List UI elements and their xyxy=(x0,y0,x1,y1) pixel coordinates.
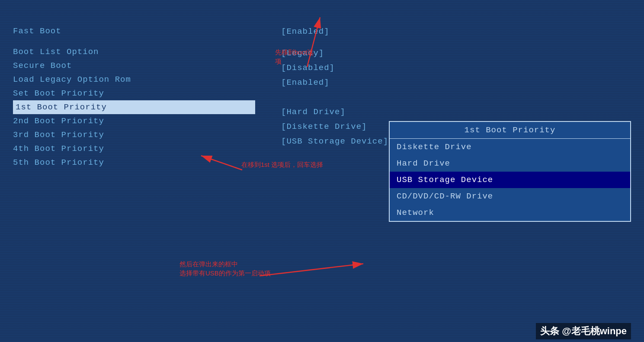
setting-2nd-boot-priority[interactable]: 2nd Boot Priority xyxy=(13,114,255,128)
value-boot-list-option: [Legacy] xyxy=(281,46,631,61)
setting-boot-list-option[interactable]: Boot List Option xyxy=(13,45,255,59)
value-1st-boot-priority: [Hard Drive] xyxy=(281,105,631,119)
settings-list: Fast Boot Boot List Option Secure Boot L… xyxy=(13,24,255,178)
setting-spacer xyxy=(13,38,255,45)
annotation-1st: 在移到1st 选项后，回车选择 xyxy=(241,160,323,169)
watermark: 头条 @老毛桃winpe xyxy=(536,323,631,339)
boot-priority-popup: 1st Boot Priority Diskette Drive Hard Dr… xyxy=(389,121,631,222)
annotation-usb: 然后在弹出来的框中选择带有USB的作为第一启动项 xyxy=(179,259,271,278)
setting-1st-boot-priority[interactable]: 1st Boot Priority xyxy=(13,100,255,114)
value-set-boot-priority xyxy=(281,90,631,105)
value-spacer xyxy=(281,39,631,46)
value-load-legacy: [Enabled] xyxy=(281,75,631,90)
annotation-boot: 先移到boot选项 xyxy=(275,48,314,66)
setting-fast-boot[interactable]: Fast Boot xyxy=(13,24,255,38)
popup-item-cdrom[interactable]: CD/DVD/CD-RW Drive xyxy=(390,188,630,205)
setting-5th-boot-priority[interactable]: 5th Boot Priority xyxy=(13,156,255,169)
setting-4th-boot-priority[interactable]: 4th Boot Priority xyxy=(13,142,255,156)
popup-item-hard-drive[interactable]: Hard Drive xyxy=(390,155,630,172)
setting-secure-boot[interactable]: Secure Boot xyxy=(13,59,255,73)
popup-title: 1st Boot Priority xyxy=(390,122,630,139)
popup-item-diskette[interactable]: Diskette Drive xyxy=(390,139,630,155)
setting-set-boot-priority[interactable]: Set Boot Priority xyxy=(13,86,255,100)
value-secure-boot: [Disabled] xyxy=(281,61,631,75)
popup-item-usb[interactable]: USB Storage Device xyxy=(390,172,630,188)
setting-3rd-boot-priority[interactable]: 3rd Boot Priority xyxy=(13,128,255,142)
setting-load-legacy[interactable]: Load Legacy Option Rom xyxy=(13,73,255,86)
value-fast-boot: [Enabled] xyxy=(281,24,631,39)
popup-item-network[interactable]: Network xyxy=(390,205,630,221)
